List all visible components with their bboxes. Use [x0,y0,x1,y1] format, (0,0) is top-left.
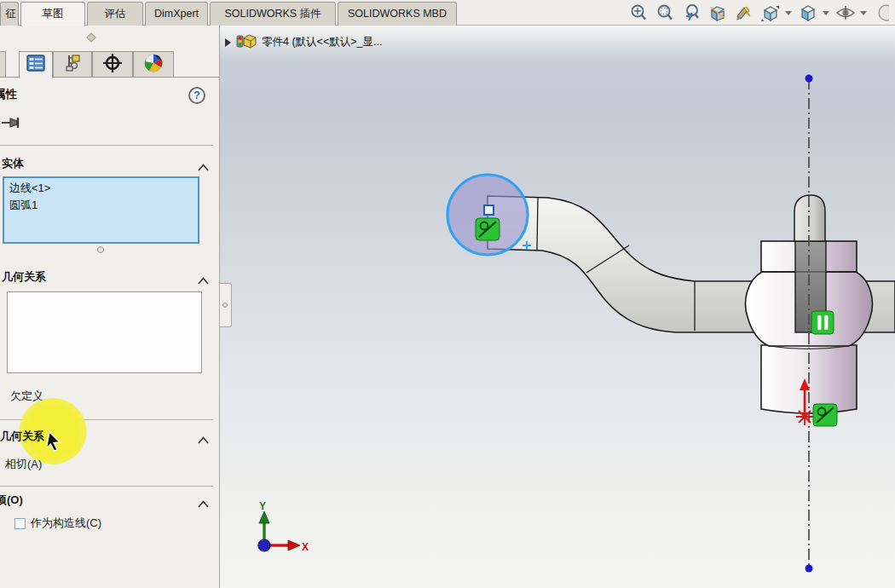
graphics-viewport[interactable]: 零件4 (默认<<默认>_显... [220,26,895,588]
tangent-relation-icon-circle[interactable] [476,218,499,240]
mouse-cursor [47,431,64,457]
apply-scene-icon[interactable] [873,3,893,23]
pushpin-icon[interactable] [2,115,24,134]
view-orientation-caret[interactable] [785,11,792,15]
ribbon-tab-sw-addins[interactable]: SOLIDWORKS 插件 [210,2,336,26]
hide-show-items-caret[interactable] [860,11,867,15]
panel-flyout-handle[interactable] [219,283,232,327]
tree-expand-arrow[interactable] [225,38,231,47]
help-icon[interactable]: ? [188,87,205,104]
panel-splitter-handle[interactable] [86,32,95,42]
add-relations-collapse-chevron[interactable] [198,432,209,447]
tab-dimxpertmanager[interactable] [92,51,133,78]
ribbon-tab-bar: 征 草图 评估 DimXpert SOLIDWORKS 插件 SOLIDWORK… [0,0,895,26]
vertical-relation-icon[interactable] [811,311,834,334]
construction-line-label: 作为构造线(C) [31,516,101,531]
section-divider [0,486,213,487]
triad-origin-z [258,539,270,551]
property-manager-panel: 属性 ? 实体 边线<1> 圆弧1 几何关系 欠定义 几何关系 相切(A) 选项… [0,26,220,588]
display-style-icon[interactable] [798,3,818,23]
hide-show-items-icon[interactable] [835,3,856,23]
manager-tab-bar [0,49,220,78]
options-section-header: 选项(O) [0,493,23,508]
section-view-icon[interactable] [707,3,728,23]
zoom-to-fit-icon[interactable] [628,3,649,23]
ribbon-tab-sketch[interactable]: 草图 [20,2,85,26]
ribbon-tab-features[interactable]: 征 [0,2,19,26]
tab-displaymanager[interactable] [133,51,174,78]
sketch-point-star [796,408,813,425]
existing-relations-section-header: 几何关系 [2,269,46,285]
zoom-to-area-icon[interactable] [655,3,675,23]
ribbon-tab-dimxpert[interactable]: DimXpert [145,2,208,26]
selected-entities-listbox[interactable]: 边线<1> 圆弧1 [3,176,199,244]
tangent-relation-icon-bottom[interactable] [813,404,837,426]
stud-pin[interactable] [794,195,825,241]
centerline-endpoint-bottom[interactable] [806,565,813,573]
dimxpertmanager-icon [101,53,124,77]
entities-collapse-chevron[interactable] [198,159,209,175]
propertymanager-icon [26,54,46,76]
ribbon-tab-sw-mbd[interactable]: SOLIDWORKS MBD [338,2,457,26]
tab-propertymanager[interactable] [19,51,53,78]
existing-relations-listbox[interactable] [7,291,202,373]
panel-title: 属性 [0,87,17,102]
previous-view-icon[interactable] [681,3,702,23]
list-item[interactable]: 圆弧1 [9,197,193,214]
displaymanager-icon [143,53,164,77]
view-orientation-icon[interactable] [760,3,781,23]
model-canvas[interactable]: Y X [220,26,895,588]
options-collapse-chevron[interactable] [198,496,209,511]
headsup-toolbar [628,0,893,26]
construction-line-checkbox[interactable] [14,518,26,529]
circle-center-point[interactable] [484,205,494,215]
edit-appearance-icon[interactable] [734,3,754,23]
flyout-dot [222,303,228,308]
section-divider [0,145,213,146]
existing-relations-collapse-chevron[interactable] [198,273,209,288]
triad-y-label: Y [259,500,266,512]
add-relations-section-header: 几何关系 [0,429,44,444]
configurationmanager-icon [62,54,83,76]
tab-configurationmanager[interactable] [53,51,92,78]
list-item[interactable]: 边线<1> [9,180,193,197]
ribbon-tab-evaluate[interactable]: 评估 [87,2,143,26]
part-icon [236,32,257,52]
centerline-endpoint-top[interactable] [806,75,813,83]
tangent-relation-button[interactable]: 相切(A) [5,457,42,472]
part-tree-label[interactable]: 零件4 (默认<<默认>_显... [262,35,382,49]
display-style-caret[interactable] [823,11,829,15]
listbox-resize-handle[interactable] [97,246,104,253]
feature-tree-root[interactable]: 零件4 (默认<<默认>_显... [225,32,382,52]
entities-section-header: 实体 [2,156,24,171]
origin-triad: Y X [258,500,309,553]
tab-featuremanager[interactable] [0,51,6,78]
triad-x-label: X [302,541,309,553]
